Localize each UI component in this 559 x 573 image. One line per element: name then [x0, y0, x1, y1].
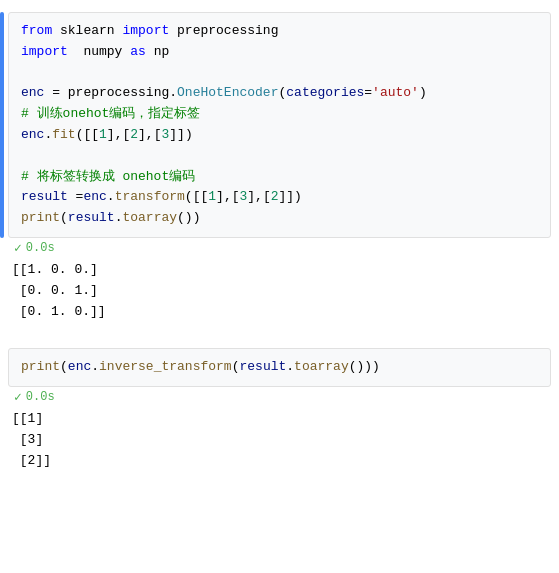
cell-border: [0, 348, 4, 387]
status-line: ✓0.0s: [12, 387, 559, 407]
code-box[interactable]: print(enc.inverse_transform(result.toarr…: [8, 348, 551, 387]
check-icon: ✓: [14, 240, 22, 256]
code-row: from sklearn import preprocessingimport …: [0, 12, 559, 238]
cell-gutter: [0, 12, 6, 238]
cell-gap: [0, 324, 559, 344]
cell-gutter: [0, 348, 6, 387]
code-line: [21, 63, 538, 84]
code-line: result =enc.transform([[1],[3],[2]]): [21, 187, 538, 208]
code-line: # 训练onehot编码，指定标签: [21, 104, 538, 125]
code-row: print(enc.inverse_transform(result.toarr…: [0, 348, 559, 387]
execution-time: 0.0s: [26, 241, 55, 255]
code-line: # 将标签转换成 onehot编码: [21, 167, 538, 188]
code-line: [21, 146, 538, 167]
notebook: from sklearn import preprocessingimport …: [0, 0, 559, 482]
execution-time: 0.0s: [26, 390, 55, 404]
status-line: ✓0.0s: [12, 238, 559, 258]
code-box[interactable]: from sklearn import preprocessingimport …: [8, 12, 551, 238]
code-line: enc = preprocessing.OneHotEncoder(catego…: [21, 83, 538, 104]
code-line: import numpy as np: [21, 42, 538, 63]
check-icon: ✓: [14, 389, 22, 405]
code-line: from sklearn import preprocessing: [21, 21, 538, 42]
code-line: print(result.toarray()): [21, 208, 538, 229]
cell-border: [0, 12, 4, 238]
cell-output: [[1] [3] [2]]: [12, 407, 559, 473]
code-line: enc.fit([[1],[2],[3]]): [21, 125, 538, 146]
code-line: print(enc.inverse_transform(result.toarr…: [21, 357, 538, 378]
cell-output: [[1. 0. 0.] [0. 0. 1.] [0. 1. 0.]]: [12, 258, 559, 324]
